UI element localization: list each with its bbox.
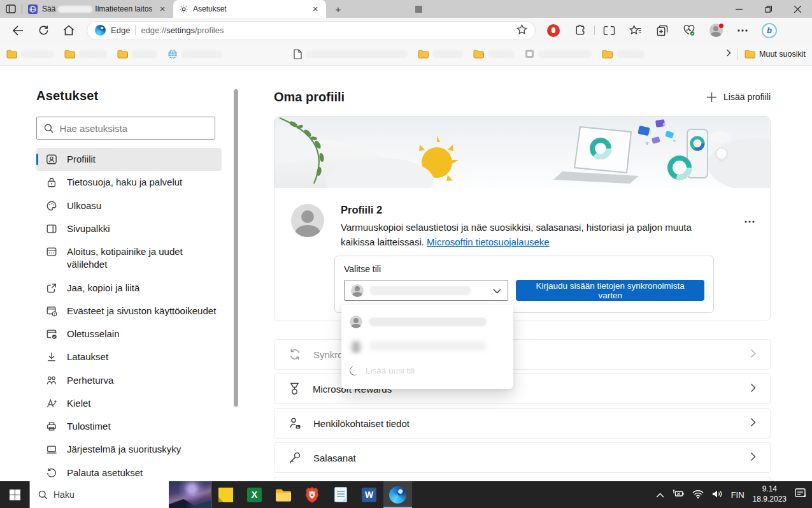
taskbar-app-word[interactable]: W	[355, 481, 383, 508]
taskbar-search-box[interactable]: Haku	[29, 481, 211, 508]
sidebar-item-jaa-kopioi[interactable]: Jaa, kopioi ja liitä	[36, 277, 222, 300]
bing-chat-icon[interactable]: b	[757, 20, 782, 41]
download-icon	[46, 351, 57, 363]
account-option[interactable]	[341, 334, 513, 358]
tab-weather[interactable]: Sää Ilmatieteen laitos ✕	[22, 0, 173, 18]
app-icon	[525, 49, 534, 59]
brave-icon	[305, 487, 319, 503]
tray-language[interactable]: FIN	[731, 490, 744, 500]
add-profile-button[interactable]: Lisää profiili	[707, 92, 771, 102]
tray-volume-icon[interactable]	[712, 490, 723, 500]
taskbar-app-file-explorer[interactable]	[269, 481, 297, 508]
sidebar-item-tietosuoja[interactable]: Tietosuoja, haku ja palvelut	[36, 171, 222, 194]
settings-search-box[interactable]	[36, 117, 215, 140]
windows-taskbar: Haku X W FIN 9.14 18.9.2023	[0, 481, 812, 508]
sidebar-item-perheturva[interactable]: Perheturva	[36, 369, 222, 392]
restore-button[interactable]	[753, 0, 783, 18]
other-favorites-folder[interactable]: Muut suosikit	[744, 50, 806, 59]
minimize-button[interactable]	[724, 0, 753, 18]
sync-icon	[288, 348, 301, 361]
sidebar-scrollbar[interactable]	[234, 89, 238, 407]
tab-actions-button[interactable]	[0, 0, 22, 18]
sidebar-item-oletusselain[interactable]: Oletusselain	[36, 323, 222, 345]
taskbar-app-edge[interactable]	[383, 481, 412, 508]
sticky-notes-icon	[218, 488, 233, 502]
profile-icon	[46, 154, 57, 165]
sidebar-item-aloitus[interactable]: Aloitus, kotipainike ja uudet välilehdet	[36, 240, 222, 277]
tab-title: Asetukset	[193, 4, 227, 13]
bookmark-folder[interactable]	[418, 50, 463, 59]
tab-close-icon[interactable]: ✕	[310, 4, 320, 14]
taskbar-app-notepad[interactable]	[326, 481, 355, 508]
taskbar-app-sticky-notes[interactable]	[211, 481, 240, 508]
row-henkilokohtaiset-tiedot[interactable]: Henkilökohtaiset tiedot	[274, 408, 771, 439]
adblock-extension-icon[interactable]	[541, 20, 566, 41]
tray-clock[interactable]: 9.14 18.9.2023	[753, 484, 787, 504]
taskbar-search-label: Haku	[53, 490, 75, 500]
settings-menu-icon[interactable]	[730, 20, 755, 41]
profile-avatar-button[interactable]	[703, 20, 729, 41]
account-option[interactable]	[341, 310, 513, 334]
address-bar[interactable]: Edge edge://settings/profiles	[87, 21, 536, 40]
search-input[interactable]	[59, 123, 208, 134]
tray-wifi-icon[interactable]	[692, 490, 704, 500]
bookmarks-overflow-chevron[interactable]	[726, 49, 731, 59]
row-salasanat[interactable]: Salasanat	[274, 442, 771, 473]
sidebar-item-lataukset[interactable]: Lataukset	[36, 345, 222, 368]
refresh-button[interactable]	[31, 20, 56, 41]
sidebar-item-profiilit[interactable]: Profiilit	[36, 148, 222, 171]
split-screen-icon[interactable]	[596, 20, 622, 41]
bookmark-page[interactable]	[294, 49, 408, 59]
taskbar-app-brave[interactable]	[297, 481, 326, 508]
tab-settings[interactable]: Asetukset ✕	[173, 0, 326, 18]
back-button[interactable]	[5, 20, 31, 41]
sidebar-item-ulkoasu[interactable]: Ulkoasu	[36, 194, 222, 217]
toolbar-extension-icons: b	[541, 20, 782, 41]
start-button[interactable]	[0, 481, 29, 508]
bookmark-site[interactable]	[167, 49, 222, 59]
taskbar-apps: X W	[211, 481, 412, 508]
taskbar-app-excel[interactable]: X	[240, 481, 269, 508]
sidebar-item-tulostimet[interactable]: Tulostimet	[36, 415, 222, 438]
sidebar-item-sivupalkki[interactable]: Sivupalkki	[36, 217, 222, 240]
search-highlight-image[interactable]	[169, 481, 211, 508]
account-avatar	[350, 340, 362, 352]
tab-close-icon[interactable]: ✕	[157, 4, 167, 14]
browser-essentials-icon[interactable]	[676, 20, 702, 41]
sidebar-item-kielet[interactable]: Kielet	[36, 392, 222, 415]
profile-alert-dot	[719, 24, 723, 28]
bookmark-folder[interactable]	[602, 50, 645, 59]
windows-logo-icon	[10, 490, 20, 500]
favorite-star-icon[interactable]	[516, 24, 527, 36]
printer-icon	[46, 421, 57, 432]
extensions-puzzle-icon[interactable]	[567, 20, 593, 41]
redacted-account-email	[369, 317, 487, 326]
favorites-hub-icon[interactable]	[623, 20, 648, 41]
tray-pen-battery-icon[interactable]	[673, 490, 684, 500]
tray-chevron-up-icon[interactable]	[656, 490, 664, 500]
new-tab-button[interactable]: +	[330, 1, 346, 17]
bookmark-folder[interactable]	[6, 50, 54, 59]
home-button[interactable]	[56, 20, 82, 41]
privacy-statement-link[interactable]: Microsoftin tietosuojalauseke	[427, 236, 550, 247]
bookmark-app[interactable]	[525, 49, 592, 59]
profile-more-options-icon[interactable]	[744, 214, 755, 249]
redacted-account-name	[369, 286, 471, 295]
bookmarks-right-group: Muut suosikit	[725, 48, 806, 60]
close-button[interactable]	[783, 0, 812, 18]
chevron-right-icon	[750, 383, 756, 395]
account-select[interactable]	[344, 280, 508, 301]
bookmark-folder[interactable]	[117, 50, 157, 59]
site-badge: Edge	[111, 25, 130, 35]
signin-sync-button[interactable]: Kirjaudu sisään tietojen synkronoimista …	[516, 280, 704, 301]
system-icon	[46, 444, 57, 455]
sidebar-item-evasteet[interactable]: Evästeet ja sivuston käyttöoikeudet	[36, 300, 222, 323]
collections-icon[interactable]	[650, 20, 675, 41]
sidebar-item-jarjestelma[interactable]: Järjestelmä ja suorituskyky	[36, 438, 222, 461]
bookmark-folder[interactable]	[473, 50, 515, 59]
account-avatar	[350, 316, 362, 328]
add-account-option[interactable]: Lisää uusi tili	[341, 358, 513, 382]
bookmark-folder[interactable]	[64, 50, 107, 59]
add-account-icon	[348, 364, 360, 376]
tray-notifications-icon[interactable]	[795, 488, 807, 501]
